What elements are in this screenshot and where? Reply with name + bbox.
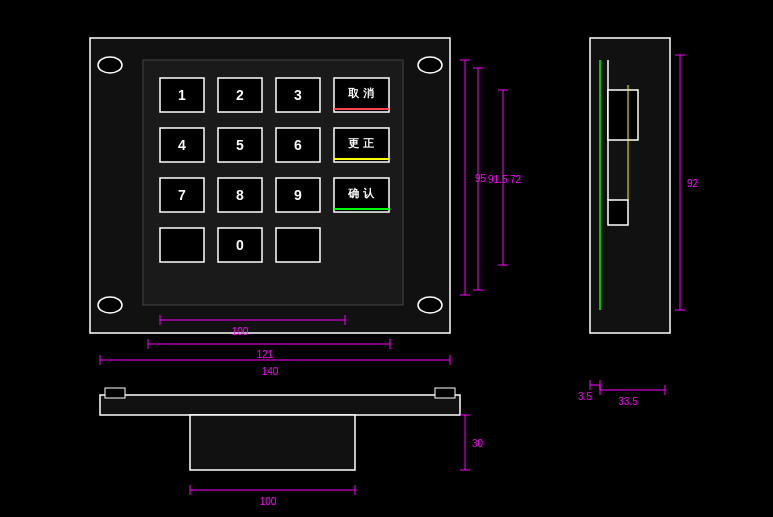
svg-rect-60 (435, 388, 455, 398)
technical-drawing: 1 2 3 取 消 4 5 6 更 正 7 8 9 确 认 (0, 0, 773, 517)
key-9[interactable]: 9 (294, 187, 302, 203)
svg-rect-18 (276, 178, 320, 212)
dim-100: 100 (232, 326, 249, 337)
key-6[interactable]: 6 (294, 137, 302, 153)
dim-bottom-100: 100 (260, 496, 277, 507)
dim-140: 140 (262, 366, 279, 377)
canvas: 1 2 3 取 消 4 5 6 更 正 7 8 9 确 认 (0, 0, 773, 517)
svg-rect-45 (608, 90, 638, 140)
svg-rect-19 (334, 178, 389, 212)
svg-rect-7 (218, 78, 262, 112)
svg-point-2 (98, 57, 122, 73)
svg-rect-57 (100, 395, 460, 415)
svg-rect-59 (105, 388, 125, 398)
svg-rect-9 (334, 78, 389, 112)
key-2[interactable]: 2 (236, 87, 244, 103)
key-confirm[interactable]: 确 认 (347, 187, 374, 199)
key-8[interactable]: 8 (236, 187, 244, 203)
svg-rect-13 (276, 128, 320, 162)
svg-rect-46 (608, 200, 628, 225)
svg-rect-6 (160, 78, 204, 112)
svg-point-3 (418, 57, 442, 73)
svg-rect-12 (218, 128, 262, 162)
dim-33-5: 33.5 (618, 396, 638, 407)
svg-rect-11 (160, 128, 204, 162)
svg-rect-42 (590, 38, 670, 333)
svg-rect-22 (218, 228, 262, 262)
svg-rect-14 (334, 128, 389, 162)
dim-92: 92 (687, 178, 699, 189)
key-cancel[interactable]: 取 消 (348, 87, 373, 99)
key-1[interactable]: 1 (178, 87, 186, 103)
svg-rect-58 (190, 415, 355, 470)
key-5[interactable]: 5 (236, 137, 244, 153)
svg-rect-8 (276, 78, 320, 112)
svg-rect-16 (160, 178, 204, 212)
key-4[interactable]: 4 (178, 137, 186, 153)
dim-91-5: 91.5 (488, 174, 508, 185)
dim-72: 72 (510, 174, 522, 185)
svg-rect-1 (143, 60, 403, 305)
dim-30: 30 (472, 438, 484, 449)
svg-rect-0 (90, 38, 450, 333)
key-0[interactable]: 0 (236, 237, 244, 253)
key-correct[interactable]: 更 正 (347, 137, 374, 149)
key-7[interactable]: 7 (178, 187, 186, 203)
dim-121: 121 (257, 349, 274, 360)
dim-3-5: 3.5 (578, 391, 592, 402)
svg-rect-21 (160, 228, 204, 262)
svg-rect-17 (218, 178, 262, 212)
svg-rect-23 (276, 228, 320, 262)
key-3[interactable]: 3 (294, 87, 302, 103)
dim-95: 95 (475, 173, 487, 184)
svg-point-4 (98, 297, 122, 313)
svg-point-5 (418, 297, 442, 313)
